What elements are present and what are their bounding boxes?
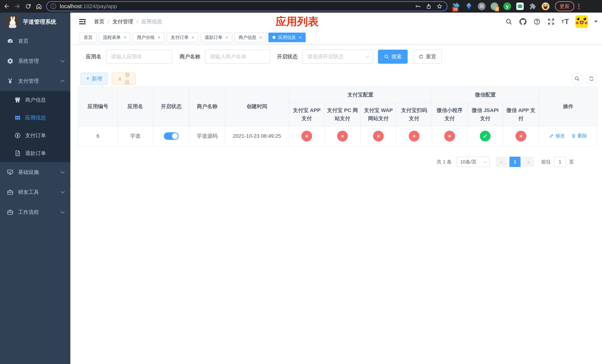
edit-link[interactable]: 修改 (549, 133, 565, 139)
extension-badge: 1 (495, 7, 499, 11)
password-key-icon[interactable] (414, 3, 422, 10)
sidebar-item-payment-order[interactable]: 支付订单 (0, 127, 70, 144)
close-icon[interactable]: × (191, 35, 194, 40)
chevron-up-icon (61, 80, 65, 84)
grid-icon (14, 114, 21, 121)
success-check-icon: ✓ (480, 131, 491, 141)
tab-refund-order[interactable]: 退款订单× (201, 32, 232, 42)
search-button[interactable]: 搜索 (378, 50, 408, 64)
search-icon (384, 54, 389, 59)
merchant-name-input[interactable] (205, 50, 270, 64)
bookmark-star-icon[interactable] (436, 3, 443, 10)
close-icon[interactable]: × (259, 35, 262, 40)
status-toggle[interactable] (164, 132, 179, 140)
url-text: localhost:1024/pay/app (60, 3, 411, 10)
breadcrumb-payment[interactable]: 支付管理 (113, 18, 133, 25)
user-avatar[interactable] (575, 15, 588, 28)
browser-forward-icon[interactable] (13, 2, 22, 10)
tab-payment-order[interactable]: 支付订单× (167, 32, 198, 42)
extension-chat-icon[interactable] (516, 2, 524, 10)
browser-menu-icon[interactable] (578, 4, 580, 9)
col-header-merchant: 商户名称 (189, 87, 225, 126)
col-header-create-time: 创建时间 (225, 87, 289, 126)
export-button[interactable]: 导出 (112, 73, 136, 85)
extensions-puzzle-icon[interactable] (529, 2, 537, 10)
search-icon[interactable] (505, 18, 513, 26)
refresh-button[interactable] (586, 73, 597, 85)
sidebar-item-workflow[interactable]: 工作流程 (0, 202, 70, 222)
cell-create-time: 2021-10-23 08:49:25 (225, 126, 289, 146)
goto-page-input[interactable] (554, 157, 566, 167)
browser-reload-icon[interactable] (24, 2, 32, 10)
close-icon[interactable]: × (158, 35, 160, 40)
fail-cross-icon: × (409, 131, 419, 141)
sidebar-fold-icon[interactable] (78, 18, 86, 26)
sidebar-item-dev-tools[interactable]: 研发工具 (0, 182, 70, 202)
cell-wx-jsapi-status: ✓ (467, 126, 503, 146)
pagination-total: 共 1 条 (437, 159, 452, 165)
delete-link[interactable]: 删除 (571, 133, 587, 139)
sidebar-item-infrastructure[interactable]: 基础设施 (0, 162, 70, 182)
sidebar-item-merchant-info[interactable]: 商户信息 (0, 91, 70, 109)
site-info-icon[interactable]: i (51, 3, 56, 9)
extension-command-icon[interactable]: ⌘ (478, 2, 485, 10)
extension-gem-icon[interactable] (465, 2, 473, 10)
extension-grid-diamond-icon[interactable]: 10 (452, 2, 460, 10)
tab-app-info[interactable]: 应用信息× (269, 32, 306, 42)
col-header-alipay-pc: 支付宝 PC 网站支付 (324, 103, 360, 126)
current-page-button[interactable]: 1 (509, 157, 521, 167)
app-name-input[interactable] (106, 50, 172, 64)
breadcrumb-home[interactable]: 首页 (94, 18, 104, 25)
col-header-app-id: 应用编号 (78, 87, 118, 126)
goto-page-suffix: 页 (569, 159, 574, 165)
fullscreen-icon[interactable] (547, 18, 555, 26)
extension-y-icon[interactable]: y (503, 2, 511, 10)
browser-back-icon[interactable] (3, 2, 11, 10)
cell-alipay-qr-status: × (396, 126, 432, 146)
plus-icon: + (86, 75, 90, 81)
sidebar-item-refund-order[interactable]: 退款订单 (0, 144, 70, 162)
yen-circle-icon (14, 132, 21, 139)
tab-merchant-info[interactable]: 商户信息× (235, 32, 266, 42)
profile-avatar-icon[interactable] (542, 2, 549, 10)
sidebar-item-label: 应用信息 (25, 114, 46, 121)
chevron-down-icon (484, 160, 487, 163)
status-select[interactable]: 请选择开启状态 (302, 50, 373, 64)
next-page-button[interactable]: › (523, 157, 534, 167)
download-icon (117, 76, 123, 81)
cell-status (153, 126, 189, 146)
close-icon[interactable]: × (124, 35, 127, 40)
cell-alipay-wap-status: × (360, 126, 396, 146)
sidebar-item-payment[interactable]: 支付管理 (0, 71, 70, 91)
tab-home[interactable]: 首页 (80, 32, 97, 42)
close-icon[interactable]: × (226, 35, 228, 40)
avatar-caret-down-icon[interactable] (594, 21, 598, 24)
browser-home-icon[interactable] (35, 2, 43, 10)
github-icon[interactable] (519, 18, 527, 26)
add-button[interactable]: + 新增 (81, 73, 108, 85)
tab-user-group[interactable]: 用户分组× (133, 32, 164, 42)
browser-update-button[interactable]: 更新 (555, 1, 574, 11)
chevron-down-icon (366, 54, 369, 58)
sidebar-item-label: 商户信息 (25, 96, 46, 104)
sidebar: 芋道管理系统 首页系统管理支付管理商户信息应用信息支付订单退款订单基础设施研发工… (0, 13, 70, 364)
help-icon[interactable] (533, 18, 541, 26)
briefcase-icon (7, 189, 14, 196)
tab-process-form[interactable]: 流程表单× (99, 32, 130, 42)
prev-page-button[interactable]: ‹ (496, 157, 507, 167)
browser-toolbar: i localhost:1024/pay/app 10 ⌘ 1 y (0, 0, 602, 13)
app-logo-row[interactable]: 芋道管理系统 (0, 13, 70, 31)
breadcrumb: 首页 / 支付管理 / 应用信息 (94, 18, 162, 25)
page-size-select[interactable]: 10条/页 (456, 157, 490, 167)
show-search-button[interactable] (571, 73, 583, 85)
extension-recorder-icon[interactable]: 1 (491, 2, 498, 10)
sidebar-item-home[interactable]: 首页 (0, 31, 70, 51)
font-size-icon[interactable]: TT (561, 18, 569, 26)
sidebar-item-system[interactable]: 系统管理 (0, 51, 70, 71)
reset-button[interactable]: 重置 (413, 50, 442, 64)
col-header-app-name: 应用名 (118, 87, 153, 126)
share-icon[interactable] (425, 3, 432, 10)
close-icon[interactable]: × (299, 35, 301, 40)
sidebar-item-app-info[interactable]: 应用信息 (0, 109, 70, 127)
address-bar[interactable]: i localhost:1024/pay/app (46, 1, 447, 11)
